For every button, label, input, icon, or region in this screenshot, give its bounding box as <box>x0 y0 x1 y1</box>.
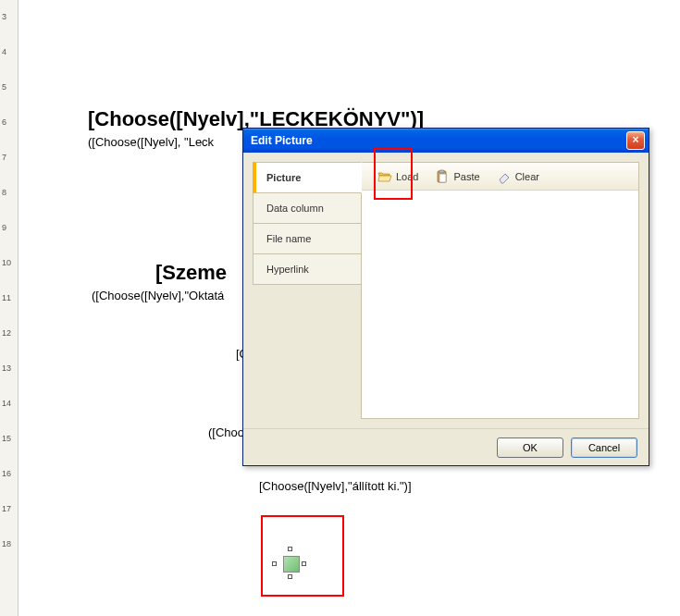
ruler-mark: 13 <box>2 363 11 373</box>
edit-picture-dialog: Edit Picture × Picture Data column File … <box>242 128 649 466</box>
category-hyperlink[interactable]: Hyperlink <box>253 253 362 285</box>
dialog-button-row: OK Cancel <box>243 428 649 465</box>
picture-object-selected[interactable] <box>261 515 344 597</box>
ruler-mark: 17 <box>2 504 11 513</box>
resize-handle[interactable] <box>302 561 306 566</box>
close-button[interactable]: × <box>626 131 645 150</box>
paste-button[interactable]: Paste <box>428 166 486 188</box>
dialog-title: Edit Picture <box>251 134 313 147</box>
category-label: Hyperlink <box>266 264 309 275</box>
report-text-5[interactable]: [Choose([Nyelv],"állított ki.")] <box>259 479 412 493</box>
category-data-column[interactable]: Data column <box>253 192 362 224</box>
picture-preview-area <box>362 191 638 418</box>
load-label: Load <box>396 171 418 182</box>
ruler-mark: 4 <box>2 47 6 56</box>
category-label: Picture <box>266 172 301 183</box>
ruler-mark: 9 <box>2 223 6 232</box>
ruler-mark: 6 <box>2 117 6 127</box>
category-label: File name <box>266 233 311 244</box>
folder-open-icon <box>377 169 392 184</box>
eraser-icon <box>497 169 512 184</box>
svg-rect-1 <box>439 170 444 173</box>
ok-button[interactable]: OK <box>497 437 563 458</box>
ruler-mark: 16 <box>2 469 11 478</box>
clear-label: Clear <box>515 171 539 182</box>
ruler-mark: 18 <box>2 539 11 548</box>
dialog-body: Picture Data column File name Hyperlink … <box>243 153 649 428</box>
report-text-2[interactable]: ([Choose([Nyelv],"Oktatá <box>92 289 224 302</box>
ruler-mark: 3 <box>2 12 6 21</box>
ruler-mark: 7 <box>2 153 6 162</box>
load-button[interactable]: Load <box>371 166 425 188</box>
svg-rect-2 <box>439 174 446 182</box>
report-heading-2[interactable]: [Szeme <box>155 261 227 285</box>
ruler-mark: 11 <box>2 293 11 302</box>
resize-handle[interactable] <box>288 574 292 579</box>
ruler-mark: 12 <box>2 328 11 338</box>
picture-toolbar: Load Paste Clear <box>362 163 638 191</box>
paste-label: Paste <box>453 171 479 182</box>
report-text-4[interactable]: ([Choo <box>208 425 244 439</box>
clipboard-icon <box>435 169 450 184</box>
ruler-mark: 14 <box>2 399 11 408</box>
report-text-1[interactable]: ([Choose([Nyelv], "Leck <box>88 135 214 149</box>
ruler-mark: 8 <box>2 188 6 197</box>
ruler-mark: 10 <box>2 258 11 267</box>
ruler-mark: 15 <box>2 434 11 443</box>
dialog-titlebar[interactable]: Edit Picture × <box>243 129 649 153</box>
category-label: Data column <box>266 203 324 214</box>
category-picture[interactable]: Picture <box>253 162 362 193</box>
resize-handle[interactable] <box>272 561 277 566</box>
picture-panel: Load Paste Clear <box>361 162 639 419</box>
clear-button[interactable]: Clear <box>490 166 546 188</box>
resize-handle[interactable] <box>288 547 292 551</box>
category-list: Picture Data column File name Hyperlink <box>253 162 362 419</box>
picture-placeholder-icon <box>283 556 300 573</box>
category-file-name[interactable]: File name <box>253 223 362 254</box>
ruler-mark: 5 <box>2 82 6 92</box>
cancel-button[interactable]: Cancel <box>571 437 637 458</box>
vertical-ruler: 3 4 5 6 7 8 9 10 11 12 13 14 15 16 17 18 <box>0 0 19 616</box>
